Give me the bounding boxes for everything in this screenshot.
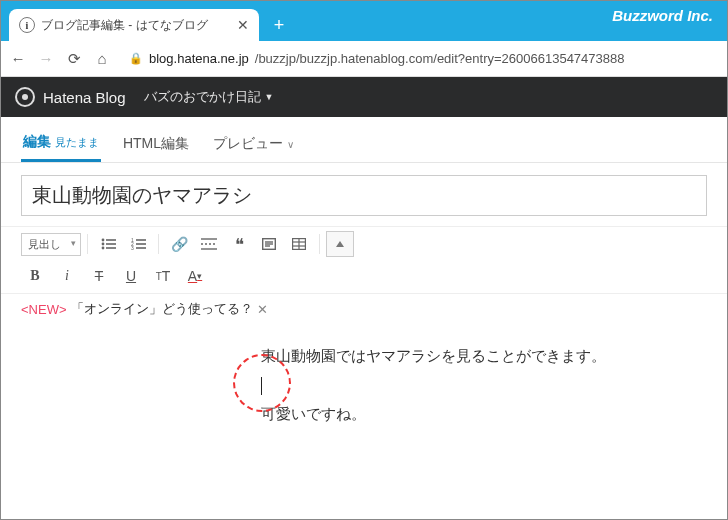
chevron-down-icon: ▼ — [265, 92, 274, 102]
code-block-button[interactable] — [255, 231, 283, 257]
info-icon: i — [19, 17, 35, 33]
blog-name: バズのおでかけ日記 — [144, 88, 261, 106]
body-line: 可愛いですね。 — [261, 400, 707, 429]
svg-rect-7 — [136, 239, 146, 241]
svg-rect-5 — [106, 247, 116, 249]
browser-tab[interactable]: i ブログ記事編集 - はてなブログ ✕ — [9, 9, 259, 41]
svg-rect-11 — [136, 247, 146, 249]
new-tab-button[interactable]: + — [265, 11, 293, 39]
svg-marker-23 — [336, 241, 344, 247]
svg-text:3: 3 — [131, 245, 134, 250]
lock-icon: 🔒 — [129, 52, 143, 65]
underline-button[interactable]: U — [117, 263, 145, 289]
svg-point-4 — [101, 247, 104, 250]
body-cursor-line — [261, 371, 707, 400]
blog-header: Hatena Blog バズのおでかけ日記 ▼ — [1, 77, 727, 117]
strikethrough-button[interactable]: T — [85, 263, 113, 289]
link-button[interactable]: 🔗 — [165, 231, 193, 257]
heading-select[interactable]: 見出し▾ — [21, 233, 81, 256]
body-line: 東山動物園ではヤマアラシを見ることができます。 — [261, 342, 707, 371]
tab-edit[interactable]: 編集 見たまま — [21, 125, 101, 162]
url-path: /buzzjp/buzzjp.hatenablog.com/edit?entry… — [255, 51, 625, 66]
chevron-down-icon: ▾ — [71, 238, 76, 248]
promo-banner: <NEW> 「オンライン」どう使ってる？ ✕ — [1, 294, 727, 324]
font-size-button[interactable]: TT — [149, 263, 177, 289]
editor-tabs: 編集 見たまま HTML編集 プレビュー∨ — [1, 117, 727, 163]
tab-html[interactable]: HTML編集 — [121, 127, 191, 161]
read-more-button[interactable] — [195, 231, 223, 257]
forward-button: → — [37, 50, 55, 67]
browser-toolbar: ← → ⟳ ⌂ 🔒 blog.hatena.ne.jp/buzzjp/buzzj… — [1, 41, 727, 77]
blockquote-button[interactable]: ❝ — [225, 231, 253, 257]
url-host: blog.hatena.ne.jp — [149, 51, 249, 66]
table-button[interactable] — [285, 231, 313, 257]
close-icon[interactable]: ✕ — [237, 17, 249, 33]
svg-point-2 — [101, 243, 104, 246]
svg-rect-1 — [106, 239, 116, 241]
home-button[interactable]: ⌂ — [93, 50, 111, 67]
brand-text: Buzzword Inc. — [612, 7, 713, 24]
bold-button[interactable]: B — [21, 263, 49, 289]
post-title-input[interactable] — [21, 175, 707, 216]
italic-button[interactable]: i — [53, 263, 81, 289]
back-button[interactable]: ← — [9, 50, 27, 67]
svg-point-0 — [101, 239, 104, 242]
blog-selector[interactable]: バズのおでかけ日記 ▼ — [144, 88, 274, 106]
service-logo[interactable]: Hatena Blog — [15, 87, 126, 107]
tab-title: ブログ記事編集 - はてなブログ — [41, 17, 231, 34]
unordered-list-button[interactable] — [94, 231, 122, 257]
editor-body[interactable]: 東山動物園ではヤマアラシを見ることができます。 可愛いですね。 — [1, 324, 727, 447]
collapse-toolbar-button[interactable] — [326, 231, 354, 257]
new-tag: <NEW> — [21, 302, 67, 317]
reload-button[interactable]: ⟳ — [65, 50, 83, 68]
address-bar[interactable]: 🔒 blog.hatena.ne.jp/buzzjp/buzzjp.hatena… — [121, 51, 719, 66]
hatena-icon — [15, 87, 35, 107]
chevron-down-icon: ∨ — [287, 139, 294, 150]
format-toolbar: 見出し▾ 123 🔗 ❝ B i T U TT A▾ — [1, 226, 727, 294]
text-color-button[interactable]: A▾ — [181, 263, 209, 289]
svg-rect-3 — [106, 243, 116, 245]
ordered-list-button[interactable]: 123 — [124, 231, 152, 257]
tab-preview[interactable]: プレビュー∨ — [211, 127, 296, 161]
promo-close-button[interactable]: ✕ — [257, 302, 268, 317]
svg-rect-9 — [136, 243, 146, 245]
service-name: Hatena Blog — [43, 89, 126, 106]
promo-text[interactable]: 「オンライン」どう使ってる？ — [71, 300, 253, 318]
